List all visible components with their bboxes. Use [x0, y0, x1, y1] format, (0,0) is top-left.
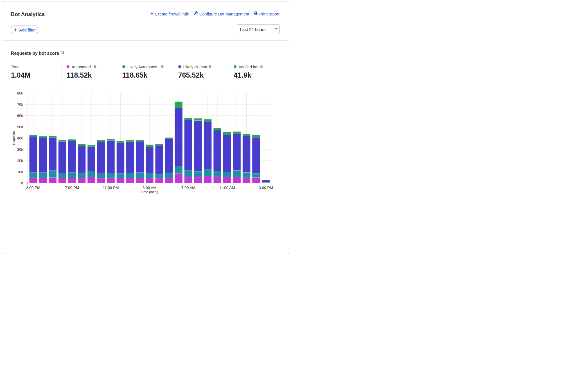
svg-text:3:00 PM: 3:00 PM — [26, 186, 40, 190]
svg-text:11:00 PM: 11:00 PM — [103, 186, 119, 190]
svg-text:40k: 40k — [17, 136, 23, 140]
svg-text:Requests: Requests — [12, 131, 15, 145]
svg-text:3:00 PM: 3:00 PM — [259, 186, 273, 190]
svg-text:11:00 AM: 11:00 AM — [219, 186, 235, 190]
svg-text:10k: 10k — [17, 170, 23, 174]
svg-text:70k: 70k — [17, 102, 23, 107]
svg-text:60k: 60k — [17, 114, 23, 118]
svg-text:30k: 30k — [17, 147, 23, 152]
svg-text:7:00 AM: 7:00 AM — [181, 186, 195, 190]
svg-text:7:00 PM: 7:00 PM — [65, 186, 79, 190]
svg-text:20k: 20k — [17, 159, 23, 163]
svg-text:80k: 80k — [17, 91, 23, 95]
svg-text:Time (local): Time (local) — [141, 190, 158, 194]
svg-text:3:00 AM: 3:00 AM — [143, 186, 157, 190]
svg-text:0: 0 — [21, 181, 23, 185]
svg-text:50k: 50k — [17, 125, 23, 129]
